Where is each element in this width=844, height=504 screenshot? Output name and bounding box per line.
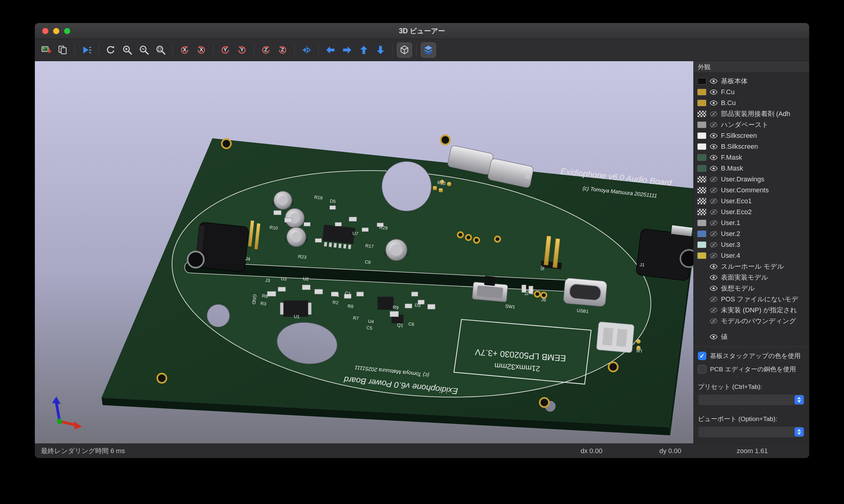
- board-refdes-label: J3: [265, 277, 271, 283]
- layer-list: 基板本体 F.Cu B.Cu 部品実装用接着剤 (Adh ハンダペースト: [694, 73, 809, 342]
- appearance-panel-header: 外観: [694, 61, 809, 73]
- layer-color-swatch[interactable]: [697, 176, 706, 183]
- layer-row: F.Mask: [694, 152, 809, 163]
- visibility-eye-icon[interactable]: [709, 251, 718, 260]
- option-use-stackup-colors[interactable]: 基板スタックアップの色を使用: [698, 352, 805, 360]
- copy-image-button[interactable]: [55, 42, 70, 57]
- visibility-eye-icon[interactable]: [709, 295, 718, 304]
- visibility-eye-icon[interactable]: [709, 110, 718, 118]
- preset-label: プリセット (Ctrl+Tab):: [694, 382, 809, 394]
- preset-select[interactable]: [698, 394, 805, 406]
- visibility-eye-icon[interactable]: [709, 142, 718, 151]
- close-button[interactable]: [42, 28, 49, 34]
- layer-color-swatch[interactable]: [697, 209, 706, 215]
- flip-board-button[interactable]: [299, 42, 314, 57]
- visibility-eye-icon[interactable]: [709, 306, 718, 314]
- board-refdes-label: U6: [636, 348, 642, 354]
- board-refdes-label: R19: [314, 195, 323, 200]
- visibility-eye-icon[interactable]: [709, 219, 718, 227]
- layer-color-swatch[interactable]: [697, 122, 706, 128]
- visibility-eye-icon[interactable]: [709, 208, 718, 216]
- move-right-button[interactable]: [340, 42, 355, 57]
- raytracing-toggle[interactable]: [79, 42, 94, 57]
- layer-label: 部品実装用接着剤 (Adh: [721, 109, 790, 119]
- preset-select-stepper[interactable]: [795, 395, 804, 404]
- layer-color-swatch[interactable]: [697, 100, 706, 106]
- zoom-out-button[interactable]: [136, 42, 152, 57]
- minimize-button[interactable]: [53, 28, 59, 34]
- viewport-select[interactable]: [698, 426, 805, 438]
- move-up-button[interactable]: [356, 42, 372, 57]
- rotate-z-ccw-button[interactable]: Z: [275, 42, 290, 57]
- rotate-x-cw-button[interactable]: X: [177, 42, 192, 57]
- visibility-eye-icon[interactable]: [709, 273, 718, 282]
- layer-label: User.Eco1: [721, 197, 752, 205]
- layer-row: モデルのバウンディング: [694, 316, 809, 326]
- appearance-panel-toggle[interactable]: [421, 42, 436, 57]
- zoom-fit-button[interactable]: [153, 42, 168, 57]
- layer-color-swatch[interactable]: [697, 89, 706, 95]
- redraw-button[interactable]: [103, 42, 118, 57]
- visibility-eye-icon[interactable]: [709, 332, 718, 341]
- visibility-eye-icon[interactable]: [709, 197, 718, 205]
- layer-label: 基板本体: [721, 77, 747, 86]
- visibility-eye-icon[interactable]: [709, 164, 718, 173]
- layer-color-swatch[interactable]: [697, 143, 706, 150]
- board-refdes-label: SW1: [505, 304, 515, 309]
- board-refdes-label: Q1: [397, 322, 403, 328]
- visibility-eye-icon[interactable]: [709, 153, 718, 162]
- layer-color-swatch[interactable]: [697, 154, 706, 161]
- visibility-eye-icon[interactable]: [709, 131, 718, 140]
- option-use-pcb-editor-copper[interactable]: PCB エディターの銅色を使用: [698, 365, 805, 374]
- visibility-eye-icon[interactable]: [709, 230, 718, 238]
- rotate-y-ccw-button[interactable]: Y: [234, 42, 249, 57]
- move-down-button[interactable]: [373, 42, 388, 57]
- 3d-viewport[interactable]: Exidiophone v6.0 Audio Board (c) Tomoya …: [35, 61, 693, 444]
- orthographic-projection-toggle[interactable]: [397, 42, 412, 57]
- board-refdes-label: C1: [345, 290, 351, 296]
- board-refdes-label: D3: [414, 302, 421, 308]
- visibility-eye-icon[interactable]: [709, 121, 718, 129]
- layer-color-swatch[interactable]: [697, 187, 706, 194]
- export-image-button[interactable]: [38, 42, 54, 57]
- pcb-3d-render[interactable]: Exidiophone v6.0 Audio Board (c) Tomoya …: [35, 61, 693, 444]
- rotate-z-cw-button[interactable]: Z: [258, 42, 273, 57]
- zoom-in-button[interactable]: [120, 42, 135, 57]
- rotate-axis-letter: Y: [220, 44, 231, 55]
- board-refdes-label: J4: [245, 256, 251, 262]
- layer-color-swatch[interactable]: [697, 111, 706, 117]
- visibility-eye-icon[interactable]: [709, 77, 718, 85]
- rotate-y-cw-button[interactable]: Y: [218, 42, 233, 57]
- visibility-eye-icon[interactable]: [709, 240, 718, 249]
- option-checkbox-1[interactable]: [698, 365, 706, 374]
- board-refdes-label: D2: [529, 289, 534, 295]
- visibility-eye-icon[interactable]: [709, 262, 718, 271]
- option-checkbox-0[interactable]: [698, 352, 706, 360]
- layer-color-swatch[interactable]: [697, 220, 706, 226]
- toolbar: X X Y Y Z Z: [35, 39, 809, 61]
- visibility-eye-icon[interactable]: [709, 186, 718, 195]
- layer-row: User.Drawings: [694, 174, 809, 185]
- board-refdes-label: U1: [293, 313, 300, 319]
- visibility-eye-icon[interactable]: [709, 317, 718, 325]
- layer-color-swatch[interactable]: [697, 241, 706, 248]
- viewport-select-stepper[interactable]: [795, 427, 804, 436]
- board-refdes-label: U2: [303, 276, 309, 282]
- maximize-button[interactable]: [64, 28, 70, 34]
- option-label: PCB エディターの銅色を使用: [710, 365, 796, 374]
- rotate-x-ccw-button[interactable]: X: [194, 42, 209, 57]
- layer-color-swatch[interactable]: [697, 165, 706, 172]
- title-bar[interactable]: 3D ビューアー: [35, 23, 809, 39]
- layer-color-swatch[interactable]: [697, 252, 706, 259]
- visibility-eye-icon[interactable]: [709, 99, 718, 107]
- layer-color-swatch[interactable]: [697, 132, 706, 139]
- move-left-button[interactable]: [323, 42, 338, 57]
- visibility-eye-icon[interactable]: [709, 175, 718, 183]
- layer-row: B.Silkscreen: [694, 141, 809, 152]
- layer-color-swatch[interactable]: [697, 78, 706, 85]
- status-bar: 最終レンダリング時間 6 ms dx 0.00 dy 0.00 zoom 1.6…: [35, 444, 809, 458]
- visibility-eye-icon[interactable]: [709, 88, 718, 96]
- layer-color-swatch[interactable]: [697, 198, 706, 204]
- visibility-eye-icon[interactable]: [709, 284, 718, 293]
- layer-color-swatch[interactable]: [697, 231, 706, 237]
